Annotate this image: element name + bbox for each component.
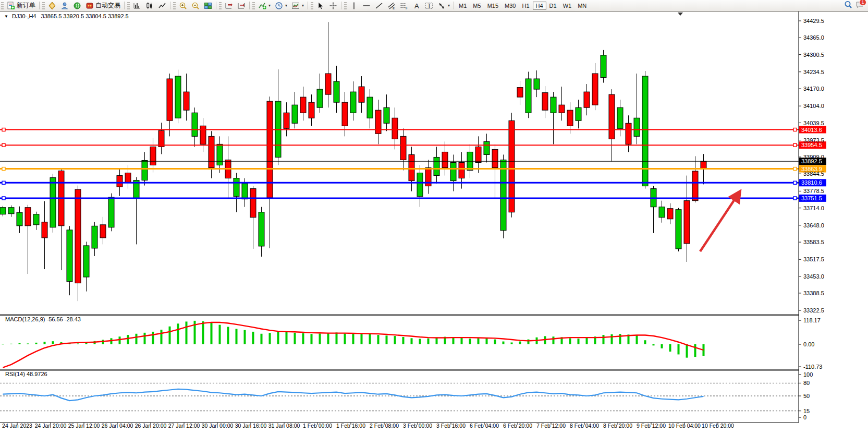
line-handle-right[interactable] bbox=[793, 167, 797, 171]
new-order-button[interactable]: 新订单 bbox=[5, 1, 38, 11]
timeframe-button-m15[interactable]: M15 bbox=[484, 2, 502, 10]
price-axis-tick: 33453.0 bbox=[803, 273, 824, 280]
zoom-out-icon bbox=[191, 2, 200, 10]
macd-bar bbox=[169, 327, 171, 344]
templates-button[interactable]: ▾ bbox=[289, 1, 306, 11]
vertical-line-tool-button[interactable] bbox=[348, 1, 360, 11]
cursor-tool-button[interactable] bbox=[314, 1, 327, 11]
line-handle-left[interactable] bbox=[2, 143, 5, 147]
line-handle-right[interactable] bbox=[793, 143, 797, 147]
macd-bar bbox=[227, 327, 229, 344]
line-handle-left[interactable] bbox=[2, 181, 5, 184]
time-axis-label: 24 Jan 20:00 bbox=[35, 423, 67, 429]
macd-bar bbox=[269, 333, 271, 344]
data-window-button[interactable] bbox=[58, 1, 71, 11]
trendline-tool-button[interactable] bbox=[373, 1, 385, 11]
line-handle-left[interactable] bbox=[2, 197, 5, 200]
candle-body bbox=[234, 178, 239, 197]
candle-body bbox=[33, 214, 39, 225]
profile-blue-icon bbox=[60, 2, 69, 10]
toolbar-drag-handle bbox=[252, 2, 255, 9]
toolbar-right-icons: 1 bbox=[844, 1, 868, 11]
market-watch-button[interactable] bbox=[46, 1, 58, 11]
candlestick-mode-button[interactable] bbox=[143, 1, 156, 11]
line-handle-right[interactable] bbox=[793, 128, 797, 131]
text-tool-button[interactable]: A bbox=[410, 1, 423, 11]
fibonacci-tool-button[interactable]: F bbox=[398, 1, 410, 11]
toolbar-separator bbox=[454, 2, 454, 9]
time-axis-label: 27 Jan 12:00 bbox=[168, 423, 200, 429]
macd-bar bbox=[27, 343, 29, 344]
chevron-down-icon[interactable]: ▾ bbox=[268, 3, 271, 8]
toolbar-separator bbox=[170, 2, 170, 9]
chart-canvas[interactable]: 34013.633954.533892.533863.933810.633751… bbox=[0, 0, 868, 434]
timeframe-button-m5[interactable]: M5 bbox=[470, 2, 484, 10]
candle-body bbox=[117, 176, 123, 187]
timeframe-button-h1[interactable]: H1 bbox=[519, 2, 532, 10]
line-handle-left[interactable] bbox=[2, 167, 5, 171]
autotrade-icon bbox=[85, 2, 94, 10]
chevron-down-icon[interactable]: ▾ bbox=[448, 3, 450, 8]
candle-body bbox=[492, 149, 498, 167]
candle-body bbox=[475, 147, 481, 162]
navigator-button[interactable] bbox=[71, 1, 83, 11]
toolbar-drag-handle bbox=[311, 2, 313, 9]
zoom-in-button[interactable] bbox=[177, 1, 189, 11]
indicators-button[interactable]: ▾ bbox=[256, 1, 273, 11]
line-handle-left[interactable] bbox=[2, 128, 5, 131]
macd-bar bbox=[402, 337, 405, 344]
macd-bar bbox=[694, 344, 696, 357]
text-label-tool-button[interactable]: T bbox=[423, 1, 435, 11]
candle-body bbox=[434, 157, 439, 175]
horizontal-line-tool-button[interactable] bbox=[360, 1, 373, 11]
macd-bar bbox=[644, 340, 646, 344]
macd-bar bbox=[202, 321, 204, 344]
candle-body bbox=[8, 208, 14, 214]
macd-bar bbox=[369, 334, 371, 344]
search-button[interactable] bbox=[844, 1, 852, 11]
macd-bar bbox=[10, 344, 13, 344]
periods-button[interactable]: ▾ bbox=[273, 1, 289, 11]
candle-body bbox=[551, 97, 556, 113]
tile-windows-button[interactable] bbox=[202, 1, 214, 11]
candle-body bbox=[50, 178, 56, 227]
price-axis-tick: 33517.5 bbox=[803, 256, 824, 262]
time-axis-label: 8 Feb 04:00 bbox=[570, 423, 599, 429]
timeframe-button-mn[interactable]: MN bbox=[574, 2, 590, 10]
line-handle-right[interactable] bbox=[793, 181, 797, 184]
candle-body bbox=[559, 105, 565, 113]
candle-body bbox=[342, 102, 348, 126]
notifications-button[interactable]: 1 bbox=[855, 1, 864, 11]
candle-body bbox=[284, 113, 289, 128]
timeframe-button-m30[interactable]: M30 bbox=[502, 2, 519, 10]
timeframe-button-d1[interactable]: D1 bbox=[546, 2, 560, 10]
line-chart-mode-button[interactable] bbox=[156, 1, 168, 11]
candle-body bbox=[392, 118, 398, 139]
auto-scroll-button[interactable] bbox=[235, 1, 248, 11]
crosshair-icon bbox=[329, 2, 337, 10]
time-axis-label: 1 Feb 16:00 bbox=[336, 423, 365, 429]
toolbar-separator bbox=[216, 2, 216, 9]
autotrading-button[interactable]: 自动交易 bbox=[83, 1, 123, 11]
macd-bar bbox=[144, 333, 146, 344]
timeframe-button-w1[interactable]: W1 bbox=[560, 2, 575, 10]
chart-shift-button[interactable] bbox=[223, 1, 235, 11]
indicator-add-icon bbox=[258, 2, 266, 10]
timeframe-button-h4[interactable]: H4 bbox=[533, 2, 546, 10]
timeframe-button-m1[interactable]: M1 bbox=[456, 2, 470, 10]
arrows-tool-button[interactable]: ▾ bbox=[435, 1, 452, 11]
candle-body bbox=[601, 55, 606, 78]
line-handle-right[interactable] bbox=[793, 197, 797, 200]
candle-body bbox=[676, 210, 681, 249]
macd-bar bbox=[77, 343, 79, 344]
equidistant-channel-tool-button[interactable]: E bbox=[385, 1, 398, 11]
bar-chart-mode-button[interactable] bbox=[131, 1, 143, 11]
new-order-button-label: 新订单 bbox=[17, 1, 35, 10]
symbol-dropdown-icon[interactable]: ▼ bbox=[4, 14, 8, 19]
time-axis-label: 30 Jan 00:00 bbox=[202, 423, 234, 429]
zoom-out-button[interactable] bbox=[189, 1, 202, 11]
crosshair-tool-button[interactable] bbox=[327, 1, 339, 11]
chevron-down-icon[interactable]: ▾ bbox=[302, 3, 304, 8]
chevron-down-icon[interactable]: ▾ bbox=[285, 3, 287, 8]
time-axis-label: 3 Feb 00:00 bbox=[403, 423, 432, 429]
